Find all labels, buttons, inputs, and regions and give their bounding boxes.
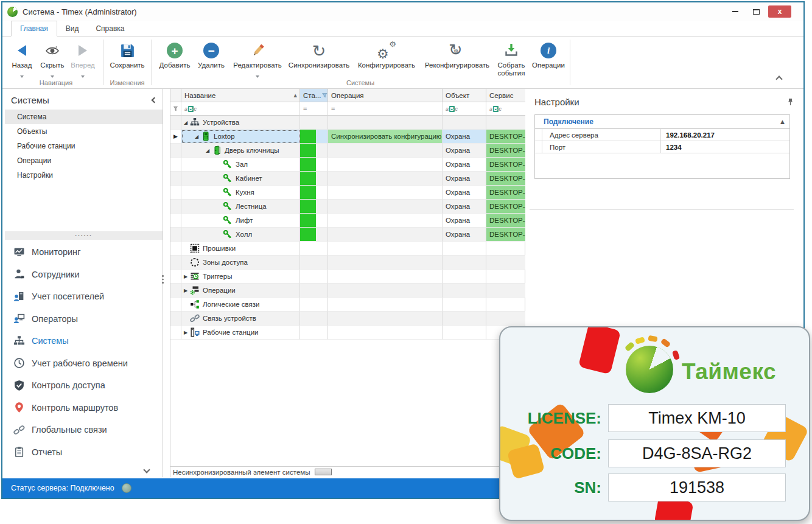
configure-button[interactable]: ⚙⚙ Конфигурировать xyxy=(354,40,419,69)
nav-sistemy[interactable]: Системы xyxy=(5,330,163,352)
object-cell[interactable]: Охрана xyxy=(443,214,486,228)
back-button[interactable]: Назад xyxy=(9,40,35,80)
tree-node-firmware[interactable]: Прошивки xyxy=(181,242,300,256)
column-header-object[interactable]: Объект xyxy=(443,89,486,102)
filter-status[interactable]: = xyxy=(300,102,328,116)
server-address-value[interactable]: 192.168.20.217 xyxy=(661,129,789,141)
ribbon-collapse-button[interactable] xyxy=(777,77,783,83)
filter-service[interactable]: aBc xyxy=(486,102,525,116)
close-button[interactable]: x xyxy=(768,5,791,18)
forward-button[interactable]: Вперед xyxy=(68,40,97,80)
nav-operatory[interactable]: Операторы xyxy=(5,308,163,330)
pin-icon[interactable] xyxy=(787,98,794,106)
service-cell[interactable]: DESKTOP-... xyxy=(486,214,525,228)
delete-button[interactable]: − Удалить xyxy=(195,40,228,69)
table-row[interactable]: ◢ Устройства xyxy=(170,116,525,130)
column-header-status[interactable]: Ста... xyxy=(300,89,328,102)
service-cell[interactable]: DESKTOP-... xyxy=(486,228,525,242)
expand-toggle[interactable]: ▶ xyxy=(181,274,190,279)
column-header-service[interactable]: Сервис xyxy=(486,89,525,102)
edit-button[interactable]: Редактировать xyxy=(230,40,285,80)
tree-node-operations[interactable]: ▶ Операции xyxy=(181,284,300,298)
sidebar-item-rabochie-stancii[interactable]: Рабочие станции xyxy=(5,139,163,153)
sidebar-splitter[interactable]: ...... xyxy=(5,231,163,240)
synchronize-button[interactable]: ↻ Синхронизировать xyxy=(286,40,352,69)
nav-monitoring[interactable]: Мониторинг xyxy=(5,241,163,264)
collapse-panel-button[interactable] xyxy=(152,97,158,103)
operation-cell[interactable]: Синхронизировать конфигурацию xyxy=(328,130,443,144)
table-row[interactable]: Связь устройств xyxy=(170,312,525,326)
tree-node-devices[interactable]: ◢ Устройства xyxy=(181,116,300,130)
expand-toggle[interactable]: ◢ xyxy=(192,134,201,139)
expand-toggle[interactable]: ▶ xyxy=(181,330,190,335)
tree-node-device-links[interactable]: Связь устройств xyxy=(181,312,300,326)
tree-node-loxtop[interactable]: ◢ Loxtop xyxy=(181,130,300,144)
tree-node-key[interactable]: Зал xyxy=(181,158,300,172)
hide-button[interactable]: Скрыть xyxy=(38,40,67,80)
table-row[interactable]: Холл Охрана DESKTOP-... xyxy=(170,228,525,242)
object-cell[interactable]: Охрана xyxy=(443,144,486,158)
service-cell[interactable]: DESKTOP-... xyxy=(486,144,525,158)
table-row[interactable]: Кухня Охрана DESKTOP-... xyxy=(170,186,525,200)
tree-node-key[interactable]: Лестница xyxy=(181,200,300,214)
expand-toggle[interactable]: ◢ xyxy=(203,148,212,153)
tab-glavnaya[interactable]: Главная xyxy=(11,21,57,37)
tree-node-door[interactable]: ◢ Дверь ключницы xyxy=(181,144,300,158)
section-header-connection[interactable]: Подключение ▲ xyxy=(535,115,789,129)
table-row[interactable]: ▶ Рабочие станции xyxy=(170,326,525,340)
panel-splitter-handle[interactable] xyxy=(162,275,164,284)
filter-operation[interactable]: = xyxy=(328,102,443,116)
tab-vid[interactable]: Вид xyxy=(57,21,88,37)
tree-node-logic-links[interactable]: Логические связи xyxy=(181,298,300,312)
add-button[interactable]: + Добавить xyxy=(157,40,192,69)
table-row[interactable]: ▶ Операции xyxy=(170,284,525,298)
table-row[interactable]: Кабинет Охрана DESKTOP-... xyxy=(170,172,525,186)
table-row[interactable]: Прошивки xyxy=(170,242,525,256)
expand-toggle[interactable]: ▶ xyxy=(181,288,190,293)
save-button[interactable]: Сохранить xyxy=(107,40,147,69)
table-row[interactable]: ▶ Триггеры xyxy=(170,270,525,284)
tree-node-key[interactable]: Холл xyxy=(181,228,300,242)
collect-events-button[interactable]: Собрать события xyxy=(494,40,528,77)
table-row[interactable]: Лифт Охрана DESKTOP-... xyxy=(170,214,525,228)
minimize-button[interactable] xyxy=(727,6,744,18)
table-row[interactable]: Зал Охрана DESKTOP-... xyxy=(170,158,525,172)
nav-scroll-down-button[interactable] xyxy=(144,467,149,472)
service-cell[interactable]: DESKTOP-... xyxy=(486,158,525,172)
port-value[interactable]: 1234 xyxy=(661,141,789,153)
object-cell[interactable]: Охрана xyxy=(443,228,486,242)
section-collapse-icon[interactable]: ▲ xyxy=(780,119,785,125)
nav-sotrudniki[interactable]: Сотрудники xyxy=(5,264,163,286)
table-row[interactable]: ◢ Дверь ключницы Охрана DESKTOP-... xyxy=(170,144,525,158)
reconfigure-button[interactable]: ↻⚙ Реконфигурировать xyxy=(421,40,493,69)
service-cell[interactable]: DESKTOP-... xyxy=(486,200,525,214)
tree-node-key[interactable]: Лифт xyxy=(181,214,300,228)
object-cell[interactable]: Охрана xyxy=(443,130,486,144)
tree-node-triggers[interactable]: ▶ Триггеры xyxy=(181,270,300,284)
sidebar-item-obekty[interactable]: Объекты xyxy=(5,124,163,139)
nav-uchet-posetiteley[interactable]: Учет посетителей xyxy=(5,285,163,308)
expand-toggle[interactable]: ◢ xyxy=(181,120,190,125)
tree-node-key[interactable]: Кабинет xyxy=(181,172,300,186)
column-header-name[interactable]: Название▲ xyxy=(181,89,300,102)
service-cell[interactable]: DESKTOP-... xyxy=(486,186,525,200)
object-cell[interactable]: Охрана xyxy=(443,172,486,186)
sidebar-item-operacii[interactable]: Операции xyxy=(5,153,163,168)
object-cell[interactable]: Охрана xyxy=(443,158,486,172)
tree-node-access-zones[interactable]: Зоны доступа xyxy=(181,256,300,270)
sidebar-item-sistema[interactable]: Система xyxy=(5,110,163,124)
maximize-button[interactable] xyxy=(747,6,765,18)
table-row-selected[interactable]: ▶ ◢ Loxtop Синхронизировать конфигурацию… xyxy=(170,130,525,144)
table-row[interactable]: Зоны доступа xyxy=(170,256,525,270)
filter-object[interactable]: aBc xyxy=(443,102,486,116)
operations-button[interactable]: i Операции xyxy=(531,40,566,69)
nav-kontrol-marshrutov[interactable]: Контроль маршрутов xyxy=(5,397,163,419)
nav-kontrol-dostupa[interactable]: Контроль доступа xyxy=(5,374,163,397)
table-row[interactable]: Логические связи xyxy=(170,298,525,312)
tree-node-key[interactable]: Кухня xyxy=(181,186,300,200)
object-cell[interactable]: Охрана xyxy=(443,186,486,200)
nav-otchety[interactable]: Отчеты xyxy=(5,441,163,464)
service-cell[interactable]: DESKTOP-... xyxy=(486,130,525,144)
service-cell[interactable]: DESKTOP-... xyxy=(486,172,525,186)
nav-uchet-rabochego-vremeni[interactable]: Учет рабочего времени xyxy=(5,352,163,375)
